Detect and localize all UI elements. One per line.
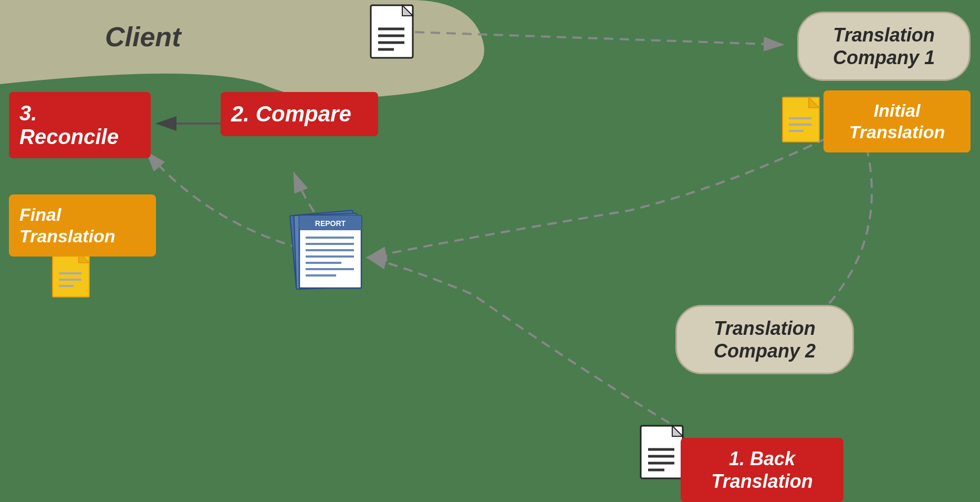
back-translation-label: 1. BackTranslation xyxy=(691,447,833,493)
reconcile-label: 3. Reconcile xyxy=(19,101,140,149)
client-area: Client xyxy=(0,0,420,105)
svg-text:REPORT: REPORT xyxy=(315,219,346,228)
tc2-label: TranslationCompany 2 xyxy=(693,317,837,362)
compare-box: 2. Compare xyxy=(221,92,378,136)
final-translation-label: FinalTranslation xyxy=(19,204,145,247)
tc1-label: TranslationCompany 1 xyxy=(815,24,953,69)
reconcile-box: 3. Reconcile xyxy=(9,92,151,158)
initial-translation-label: InitialTranslation xyxy=(834,100,960,143)
compare-label: 2. Compare xyxy=(231,101,368,127)
initial-translation-box: InitialTranslation xyxy=(823,90,971,152)
translation-company-2-box: TranslationCompany 2 xyxy=(675,305,854,374)
client-label: Client xyxy=(105,21,181,53)
final-translation-box: FinalTranslation xyxy=(9,194,156,257)
translation-company-1-box: TranslationCompany 1 xyxy=(797,12,971,81)
back-translation-box: 1. BackTranslation xyxy=(681,438,843,502)
